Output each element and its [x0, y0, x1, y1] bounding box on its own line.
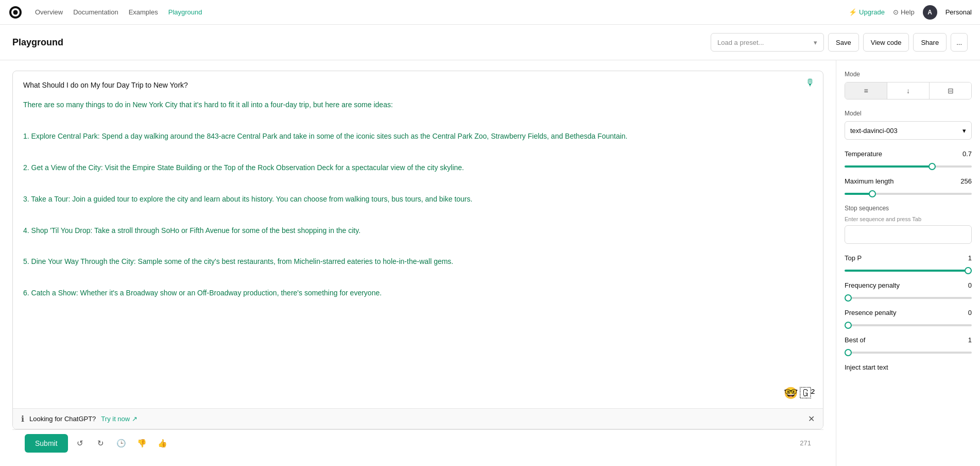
response-line-1: [23, 115, 813, 126]
nav-overview[interactable]: Overview: [35, 8, 63, 16]
thumbs-up-button[interactable]: 👍: [154, 435, 171, 452]
mode-insert-button[interactable]: ↓: [887, 82, 930, 99]
submit-button[interactable]: Submit: [25, 434, 68, 453]
temperature-section: Temperature 0.7: [845, 150, 972, 169]
prompt-text: What Should I do on My four Day Trip to …: [23, 79, 813, 91]
max-length-section: Maximum length 256: [845, 177, 972, 196]
chevron-down-icon: ▾: [814, 39, 817, 46]
text-box: What Should I do on My four Day Trip to …: [12, 71, 823, 429]
share-button[interactable]: Share: [913, 33, 947, 52]
playground-area: What Should I do on My four Day Trip to …: [0, 60, 836, 466]
model-chevron-icon: ▾: [962, 127, 966, 135]
preset-placeholder: Load a preset...: [717, 39, 764, 46]
token-count: 271: [800, 439, 811, 447]
top-p-label: Top P: [845, 254, 862, 262]
presence-penalty-value: 0: [968, 309, 972, 317]
thumbs-down-button[interactable]: 👎: [134, 435, 150, 452]
best-of-slider[interactable]: [845, 352, 972, 354]
nav-playground[interactable]: Playground: [168, 8, 202, 16]
page-title: Playground: [12, 37, 63, 48]
presence-penalty-section: Presence penalty 0: [845, 309, 972, 328]
external-link-icon: ↗: [132, 415, 137, 423]
emoji-1: 🤓: [784, 387, 798, 400]
model-label: Model: [845, 110, 972, 117]
temperature-slider[interactable]: [845, 165, 972, 168]
nav-documentation[interactable]: Documentation: [73, 8, 118, 16]
response-line-5: [23, 177, 813, 189]
mode-buttons: ≡ ↓ ⊟: [845, 82, 972, 99]
response-line-0: There are so many things to do in New Yo…: [23, 99, 813, 110]
temperature-label: Temperature: [845, 150, 882, 158]
mode-edit-button[interactable]: ⊟: [930, 82, 971, 99]
response-line-6: 3. Take a Tour: Join a guided tour to ex…: [23, 193, 813, 205]
response-line-8: 4. Shop 'Til You Drop: Take a stroll thr…: [23, 225, 813, 236]
top-p-section: Top P 1: [845, 254, 972, 273]
emoji-row: 🤓 🇬²: [784, 387, 815, 400]
response-line-2: 1. Explore Central Park: Spend a day wal…: [23, 130, 813, 142]
max-length-slider[interactable]: [845, 193, 972, 195]
help-icon: ⊙: [893, 8, 899, 16]
freq-penalty-value: 0: [968, 281, 972, 289]
mode-complete-button[interactable]: ≡: [845, 82, 887, 99]
right-panel: Mode ≡ ↓ ⊟ Model text-davinci-003 ▾ Temp…: [836, 60, 980, 466]
history-button[interactable]: 🕒: [113, 435, 130, 452]
avatar[interactable]: A: [923, 5, 937, 20]
top-nav: Overview Documentation Examples Playgrou…: [0, 0, 980, 25]
inject-start-section: Inject start text: [845, 363, 972, 371]
response-line-4: 2. Get a View of the City: Visit the Emp…: [23, 162, 813, 173]
temperature-value: 0.7: [962, 150, 972, 158]
model-select[interactable]: text-davinci-003 ▾: [845, 121, 972, 140]
personal-label: Personal: [945, 8, 972, 16]
try-now-link[interactable]: Try it now ↗: [101, 415, 137, 423]
presence-penalty-slider[interactable]: [845, 324, 972, 326]
more-options-button[interactable]: ...: [951, 33, 968, 52]
redo-button[interactable]: ↻: [93, 435, 109, 452]
inject-start-label: Inject start text: [845, 363, 972, 371]
page-header: Playground Load a preset... ▾ Save View …: [0, 25, 980, 60]
top-p-slider[interactable]: [845, 270, 972, 272]
presence-penalty-label: Presence penalty: [845, 309, 896, 317]
stop-sequences-label: Stop sequences: [845, 205, 972, 212]
mode-label: Mode: [845, 71, 972, 78]
banner-close-button[interactable]: ✕: [808, 414, 815, 424]
response-text: There are so many things to do in New Yo…: [23, 99, 813, 298]
max-length-label: Maximum length: [845, 177, 893, 185]
stop-sequences-input[interactable]: [845, 225, 972, 244]
text-content[interactable]: What Should I do on My four Day Trip to …: [13, 71, 823, 408]
mode-section: Mode ≡ ↓ ⊟: [845, 71, 972, 99]
top-p-value: 1: [968, 254, 972, 262]
chatgpt-banner: ℹ Looking for ChatGPT? Try it now ↗ ✕: [13, 408, 823, 429]
main-layout: What Should I do on My four Day Trip to …: [0, 60, 980, 466]
response-line-11: [23, 272, 813, 283]
preset-dropdown[interactable]: Load a preset... ▾: [711, 33, 824, 52]
undo-button[interactable]: ↺: [72, 435, 89, 452]
best-of-section: Best of 1: [845, 336, 972, 355]
response-line-7: [23, 209, 813, 220]
response-line-12: 6. Catch a Show: Whether it's a Broadway…: [23, 287, 813, 298]
response-line-3: [23, 146, 813, 158]
view-code-button[interactable]: View code: [863, 33, 909, 52]
response-line-9: [23, 240, 813, 252]
header-actions: Load a preset... ▾ Save View code Share …: [711, 33, 968, 52]
openai-logo[interactable]: [8, 5, 23, 20]
freq-penalty-slider[interactable]: [845, 297, 972, 299]
info-icon: ℹ: [21, 414, 24, 424]
help-button[interactable]: ⊙ Help: [893, 8, 915, 16]
best-of-value: 1: [968, 336, 972, 344]
model-value: text-davinci-003: [850, 127, 898, 135]
stop-sequences-section: Stop sequences Enter sequence and press …: [845, 205, 972, 244]
freq-penalty-section: Frequency penalty 0: [845, 281, 972, 301]
best-of-label: Best of: [845, 336, 865, 344]
nav-links: Overview Documentation Examples Playgrou…: [35, 8, 202, 16]
max-length-value: 256: [960, 177, 972, 185]
stop-sequences-hint: Enter sequence and press Tab: [845, 216, 972, 222]
upgrade-button[interactable]: ⚡ Upgrade: [849, 8, 885, 16]
banner-text: Looking for ChatGPT?: [29, 415, 96, 423]
mic-icon[interactable]: 🎙: [805, 77, 815, 88]
nav-right: ⚡ Upgrade ⊙ Help A Personal: [849, 5, 972, 20]
nav-examples[interactable]: Examples: [129, 8, 158, 16]
save-button[interactable]: Save: [828, 33, 859, 52]
emoji-2: 🇬²: [800, 387, 815, 400]
model-section: Model text-davinci-003 ▾: [845, 110, 972, 140]
lightning-icon: ⚡: [849, 8, 857, 16]
